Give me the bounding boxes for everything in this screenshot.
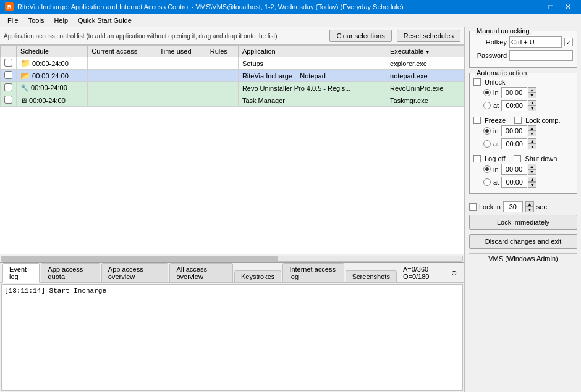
maximize-button[interactable]: □ xyxy=(543,0,559,14)
blue-folder-icon: 📂 xyxy=(20,71,30,80)
row-checkbox[interactable] xyxy=(1,57,17,70)
scrollbar-track[interactable] xyxy=(1,256,463,262)
table-row[interactable]: 📂 00:00-24:00 RiteVia Incharge – Notepad… xyxy=(1,70,464,82)
bottom-panel: Event log App access quota App access ov… xyxy=(0,262,464,392)
freeze-in-value[interactable]: 00:00 xyxy=(501,125,527,136)
lockin-checkbox[interactable] xyxy=(469,203,477,211)
logoff-in-radio[interactable] xyxy=(483,165,491,173)
spin-up[interactable]: ▲ xyxy=(528,87,536,93)
lockin-value[interactable] xyxy=(503,201,523,212)
tab-keystrokes[interactable]: Keystrokes xyxy=(234,270,281,282)
log-area[interactable]: [13:11:14] Start Incharge xyxy=(1,284,463,391)
tab-event-log[interactable]: Event log xyxy=(2,263,40,283)
row-checkbox[interactable] xyxy=(1,70,17,82)
hotkey-checkbox[interactable] xyxy=(564,38,573,46)
reset-schedules-button[interactable]: Reset schedules xyxy=(397,30,460,42)
manual-unlocking-group: Manual unlocking Hotkey Password xyxy=(469,31,577,68)
shutdown-checkbox[interactable] xyxy=(514,155,521,162)
manual-unlocking-label: Manual unlocking xyxy=(475,27,532,35)
discard-changes-button[interactable]: Discard changes and exit xyxy=(469,234,577,249)
tab-app-access-overview[interactable]: App access overview xyxy=(101,263,169,282)
spin-down[interactable]: ▼ xyxy=(528,169,536,175)
freeze-at-row: at 00:00 ▲ ▼ xyxy=(473,138,573,149)
col-executable[interactable]: Executable xyxy=(386,46,464,57)
toolbar: Application access control list (to add … xyxy=(0,27,464,45)
table-row[interactable]: 🖥 00:00-24:00 Task Manager Taskmgr.exe xyxy=(1,94,464,107)
menu-help[interactable]: Help xyxy=(49,15,73,25)
table-row[interactable]: 📁 00:00-24:00 Setups explorer.exe xyxy=(1,57,464,70)
unlock-at-value[interactable]: 00:00 xyxy=(501,100,527,111)
spin-down[interactable]: ▼ xyxy=(528,144,536,149)
titlebar: R RiteVia Incharge: Application and Inte… xyxy=(0,0,581,14)
tab-screenshots[interactable]: Screenshots xyxy=(346,270,397,282)
logoff-in-value[interactable]: 00:00 xyxy=(501,164,527,175)
automatic-action-group: Automatic action Unlock in 00:00 ▲ ▼ xyxy=(469,73,577,194)
unlock-section: Unlock xyxy=(473,78,573,86)
spin-up[interactable]: ▲ xyxy=(528,125,536,131)
left-panel: Application access control list (to add … xyxy=(0,27,465,392)
spin-up[interactable]: ▲ xyxy=(528,100,536,106)
freeze-at-radio[interactable] xyxy=(483,140,491,148)
tab-all-access-overview[interactable]: All access overview xyxy=(169,263,232,282)
taskmgr-icon: 🖥 xyxy=(20,97,27,104)
lockin-spinner[interactable]: ▲ ▼ xyxy=(525,201,534,212)
spin-down[interactable]: ▼ xyxy=(528,93,536,98)
logoff-in-spinner[interactable]: ▲ ▼ xyxy=(528,164,536,175)
spin-up[interactable]: ▲ xyxy=(528,164,536,169)
row-icon-schedule: 📁 00:00-24:00 xyxy=(17,57,88,70)
counter-icon[interactable]: ⊕ xyxy=(451,269,457,277)
spin-down[interactable]: ▼ xyxy=(528,106,536,111)
unlock-at-spinner[interactable]: ▲ ▼ xyxy=(528,100,536,111)
lock-comp-label: Lock comp. xyxy=(525,117,560,124)
unlock-in-value[interactable]: 00:00 xyxy=(501,87,527,98)
col-application[interactable]: Application xyxy=(238,46,386,57)
clear-selections-button[interactable]: Clear selections xyxy=(329,30,391,42)
spin-down[interactable]: ▼ xyxy=(528,182,536,188)
menu-tools[interactable]: Tools xyxy=(23,15,49,25)
scrollbar-thumb[interactable] xyxy=(2,256,278,261)
row-checkbox[interactable] xyxy=(1,82,17,94)
lock-comp-checkbox[interactable] xyxy=(514,117,522,124)
unlock-checkbox[interactable] xyxy=(473,78,481,86)
hotkey-input[interactable] xyxy=(509,36,562,48)
spin-up[interactable]: ▲ xyxy=(525,201,534,207)
col-schedule[interactable]: Schedule xyxy=(17,46,88,57)
minimize-button[interactable]: ─ xyxy=(525,0,541,14)
col-current-access[interactable]: Current access xyxy=(88,46,156,57)
row-checkbox[interactable] xyxy=(1,94,17,107)
password-input[interactable] xyxy=(509,50,573,61)
freeze-in-spinner[interactable]: ▲ ▼ xyxy=(528,125,536,136)
spin-down[interactable]: ▼ xyxy=(525,207,534,212)
spin-up[interactable]: ▲ xyxy=(528,138,536,144)
tab-app-access-quota[interactable]: App access quota xyxy=(41,263,100,282)
logoff-section: Log off Shut down xyxy=(473,155,573,162)
unlock-in-radio[interactable] xyxy=(483,89,491,96)
unlock-at-radio[interactable] xyxy=(483,102,491,109)
menu-file[interactable]: File xyxy=(2,15,23,25)
unlock-in-spinner[interactable]: ▲ ▼ xyxy=(528,87,536,98)
tab-internet-access-log[interactable]: Internet access log xyxy=(282,263,344,282)
col-check[interactable] xyxy=(1,46,17,57)
freeze-at-spinner[interactable]: ▲ ▼ xyxy=(528,138,536,149)
col-rules[interactable]: Rules xyxy=(206,46,238,57)
freeze-in-radio[interactable] xyxy=(483,127,491,135)
logoff-at-value[interactable]: 00:00 xyxy=(501,177,527,188)
logoff-label: Log off xyxy=(485,155,505,162)
horizontal-scrollbar[interactable] xyxy=(0,254,464,262)
logoff-checkbox[interactable] xyxy=(473,155,481,162)
unlock-at-time: 00:00 ▲ ▼ xyxy=(501,100,536,111)
lock-immediately-button[interactable]: Lock immediately xyxy=(469,215,577,230)
freeze-checkbox[interactable] xyxy=(473,117,481,124)
menu-quickstart[interactable]: Quick Start Guide xyxy=(73,15,137,25)
row-icon-schedule: 🖥 00:00-24:00 xyxy=(17,94,88,107)
logoff-at-spinner[interactable]: ▲ ▼ xyxy=(528,177,536,188)
logoff-at-radio[interactable] xyxy=(483,178,491,186)
col-time-used[interactable]: Time used xyxy=(156,46,206,57)
logoff-in-label: in xyxy=(493,165,499,173)
freeze-at-value[interactable]: 00:00 xyxy=(501,138,527,149)
spin-down[interactable]: ▼ xyxy=(528,131,536,136)
shutdown-label: Shut down xyxy=(525,155,557,162)
spin-up[interactable]: ▲ xyxy=(528,177,536,182)
close-button[interactable]: ✕ xyxy=(560,0,576,14)
table-row[interactable]: 🔧 00:00-24:00 Revo Uninstaller Pro 4.0.5… xyxy=(1,82,464,94)
